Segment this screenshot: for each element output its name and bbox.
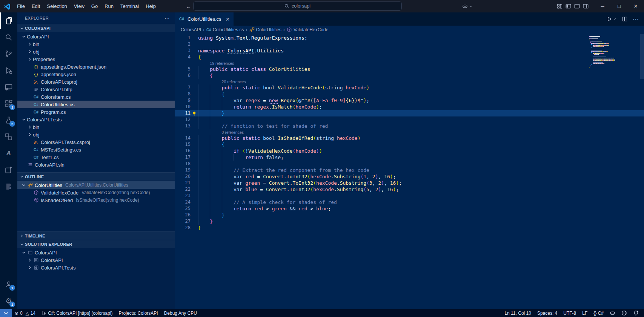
code-line-1[interactable]: 1using System.Text.RegularExpressions; [175,35,644,41]
code-line-20[interactable]: 20var red = Convert.ToInt32(hexCode.Subs… [175,173,644,180]
outline-section-header[interactable]: OUTLINE [17,172,175,181]
menu-edit[interactable]: Edit [28,2,43,10]
code-line-8[interactable]: 8{ [175,91,644,97]
code-line-12[interactable]: 12 [175,116,644,123]
menu-view[interactable]: View [71,2,88,10]
code-line-22[interactable]: 22var blue = Convert.ToInt32(hexCode.Sub… [175,186,644,193]
breadcrumb-colorutilities.cs[interactable]: C#ColorUtilities.cs [206,27,244,32]
status-language-mode[interactable]: {} C# [590,309,607,317]
run-button[interactable] [607,16,616,22]
extensions-icon[interactable]: 1 [0,95,17,112]
tab-colorutilities[interactable]: C# ColorUtilities.cs ✕ [175,12,234,26]
code-line-28[interactable]: 28} [175,225,644,231]
toggle-secondary-sidebar-icon[interactable] [583,3,589,9]
menu-terminal[interactable]: Terminal [117,2,142,10]
file-test1.cs[interactable]: C#Test1.cs [17,153,175,161]
code-line-25[interactable]: 25return red > green && red > blue; [175,205,644,212]
problems-indicator[interactable]: ⊗0 △14 [12,309,38,317]
code-line-11[interactable]: 11} [175,110,644,116]
file-bin[interactable]: bin [17,40,175,48]
codelens[interactable]: 0 references [175,129,644,135]
menu-go[interactable]: Go [88,2,101,10]
toggle-panel-icon[interactable] [574,3,580,9]
file-appsettings.development.json[interactable]: {}appsettings.Development.json [17,63,175,70]
customize-layout-icon[interactable] [556,3,563,9]
menu-file[interactable]: File [14,2,28,10]
close-button[interactable]: ✕ [627,0,644,12]
remote-indicator[interactable]: >< [0,309,12,317]
file-colorsapi.sln[interactable]: ColorsAPI.sln [17,161,175,168]
extra-extension-icon[interactable] [0,178,17,195]
editor-scrollbar[interactable] [640,34,644,79]
status-debug-target[interactable]: C#: ColorsAPI [https] (colorsapi) [38,309,115,317]
solution-explorer-section-header[interactable]: SOLUTION EXPLORER [17,240,175,248]
menu-selection[interactable]: Selection [43,2,70,10]
code-line-16[interactable]: 16if (!ValidateHexCode(hexCode)) [175,148,644,154]
codelens[interactable]: 20 references [175,79,644,84]
file-colorsapi.tests.csproj[interactable]: ColorsAPI.Tests.csproj [17,138,175,146]
symbols-icon[interactable] [0,129,17,145]
outline-colorutilities[interactable]: ColorUtilitiesColorsAPI.Utilities.ColorU… [17,181,175,189]
code-area[interactable]: 1using System.Text.RegularExpressions;23… [175,34,644,309]
close-tab-icon[interactable]: ✕ [226,16,230,22]
code-line-9[interactable]: 9var regex = new Regex(@"^#([A-Fa-f0-9]{… [175,97,644,104]
breadcrumb-colorsapi[interactable]: ColorsAPI [181,27,201,32]
file-obj[interactable]: obj [17,48,175,55]
file-colorsapi.csproj[interactable]: ColorsAPI.csproj [17,78,175,86]
file-bin[interactable]: bin [17,123,175,131]
menu-help[interactable]: Help [142,2,159,10]
status-cursor-position[interactable]: Ln 11, Col 10 [501,309,534,317]
remote-explorer-icon[interactable] [0,79,17,95]
file-colorsitem.cs[interactable]: C#ColorsItem.cs [17,93,175,101]
solution-colorsapi[interactable]: ColorsAPI [17,256,175,264]
code-line-13[interactable]: 13// function to test for shade of red [175,123,644,129]
code-line-17[interactable]: 17return false; [175,154,644,161]
status-copilot[interactable] [607,309,618,317]
split-editor-icon[interactable] [622,16,627,22]
command-center-search[interactable]: colorsapi [193,2,402,11]
solution-colorsapi[interactable]: ColorsAPI [17,249,175,256]
code-line-2[interactable]: 2 [175,41,644,47]
file-properties[interactable]: Properties [17,55,175,63]
code-line-15[interactable]: 15{ [175,141,644,148]
file-colorsapi.tests[interactable]: ColorsAPI.Tests [17,116,175,123]
code-line-27[interactable]: 27} [175,218,644,225]
nav-back-icon[interactable]: ← [186,3,191,9]
breadcrumb-validatehexcode[interactable]: ValidateHexCode [287,27,329,32]
status-eol[interactable]: LF [579,309,590,317]
maximize-button[interactable]: □ [611,0,627,12]
code-line-10[interactable]: 10return regex.IsMatch(hexCode); [175,104,644,110]
code-line-19[interactable]: 19// Extract the red component from the … [175,167,644,173]
testing-icon[interactable]: 2 [0,112,17,129]
outline-validatehexcode[interactable]: ValidateHexCodeValidateHexCode(string he… [17,189,175,196]
menu-run[interactable]: Run [101,2,117,10]
file-colorsapi[interactable]: ColorsAPI [17,33,175,40]
code-line-18[interactable]: 18 [175,161,644,167]
outline-isshadeofred[interactable]: IsShadeOfRedIsShadeOfRed(string hexCode) [17,196,175,204]
views-more-actions-icon[interactable]: ⋯ [164,15,170,21]
settings-icon[interactable]: ⚙1 [0,292,17,309]
code-line-7[interactable]: 7public static bool ValidateHexCode(stri… [175,84,644,91]
search-icon[interactable] [0,29,17,46]
toggle-sidebar-icon[interactable] [565,3,572,9]
code-line-4[interactable]: 4{ [175,54,644,60]
file-obj[interactable]: obj [17,131,175,138]
code-line-21[interactable]: 21var green = Convert.ToInt32(hexCode.Su… [175,180,644,186]
file-appsettings.json[interactable]: {}appsettings.json [17,70,175,78]
file-colorutilities.cs[interactable]: C#ColorUtilities.cs [17,101,175,108]
timeline-section-header[interactable]: TIMELINE [17,231,175,240]
status-build-config[interactable]: Debug Any CPU [161,309,200,317]
status-encoding[interactable]: UTF-8 [560,309,579,317]
code-line-26[interactable]: 26} [175,212,644,218]
status-notifications[interactable] [630,309,642,317]
codelens[interactable]: 19 references [175,60,644,66]
code-line-14[interactable]: 14public static bool IsShadeOfRed(string… [175,135,644,141]
accounts-icon[interactable]: 1 [0,276,17,292]
file-colorsapi.http[interactable]: ColorsAPI.http [17,86,175,93]
file-program.cs[interactable]: C#Program.cs [17,108,175,116]
code-line-3[interactable]: 3namespace ColorsAPI.Utilities [175,47,644,54]
run-and-debug-icon[interactable] [0,62,17,79]
copilot-edits-icon[interactable] [0,162,17,178]
status-csharp-devkit[interactable] [618,309,630,317]
code-line-23[interactable]: 23 [175,193,644,199]
